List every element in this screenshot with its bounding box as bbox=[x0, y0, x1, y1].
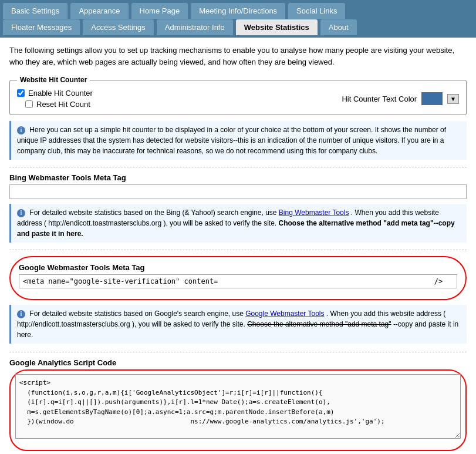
reset-hit-count-checkbox[interactable] bbox=[25, 100, 33, 108]
tab-appearance[interactable]: Appearance bbox=[70, 2, 129, 19]
bing-webmaster-tools-link[interactable]: Bing Webmaster Tools bbox=[279, 208, 349, 217]
google-tag-circled: Google Webmaster Tools Meta Tag bbox=[9, 256, 467, 300]
divider-1 bbox=[9, 167, 467, 167]
bing-info-block: i For detailed website statistics based … bbox=[9, 204, 467, 243]
tab-bar-top: Basic Settings Appearance Home Page Meet… bbox=[0, 0, 476, 19]
hit-counter-fieldset: Website Hit Counter Enable Hit Counter R… bbox=[9, 76, 467, 115]
info-icon-1: i bbox=[17, 126, 25, 134]
info-icon-2: i bbox=[17, 209, 25, 217]
google-tag-meta-input[interactable] bbox=[19, 274, 457, 288]
tab-bar-bottom: Floater Messages Access Settings Adminis… bbox=[0, 19, 476, 38]
tab-social-links[interactable]: Social Links bbox=[288, 2, 346, 19]
bing-meta-tag-input[interactable] bbox=[9, 184, 467, 199]
tab-website-statistics[interactable]: Website Statistics bbox=[235, 19, 318, 35]
analytics-code-textarea[interactable]: <script> (function(i,s,o,g,r,a,m){i['Goo… bbox=[15, 374, 461, 439]
bing-info-text-1: For detailed website statistics based on… bbox=[29, 208, 278, 217]
tab-meeting-info[interactable]: Meeting Info/Directions bbox=[190, 2, 286, 19]
bing-section: Bing Webmaster Tools Meta Tag i For deta… bbox=[9, 173, 467, 243]
google-tag-info-text-1: For detailed website statistics based on… bbox=[29, 310, 245, 318]
reset-hit-count-row: Reset Hit Count bbox=[17, 100, 93, 109]
reset-hit-count-label: Reset Hit Count bbox=[36, 100, 90, 109]
tab-administrator-info[interactable]: Administrator Info bbox=[156, 19, 234, 35]
tab-access-settings[interactable]: Access Settings bbox=[82, 19, 154, 35]
google-tag-info-block: i For detailed website statistics based … bbox=[9, 305, 467, 344]
enable-hit-counter-label: Enable Hit Counter bbox=[28, 89, 93, 97]
google-webmaster-tools-link[interactable]: Google Webmaster Tools bbox=[245, 310, 324, 318]
google-tag-label: Google Webmaster Tools Meta Tag bbox=[19, 263, 457, 272]
hit-counter-info-block: i Here you can set up a simple hit count… bbox=[9, 121, 467, 160]
bing-label: Bing Webmaster Tools Meta Tag bbox=[9, 173, 467, 182]
hit-counter-color-label: Hit Counter Text Color bbox=[342, 95, 417, 103]
tab-about[interactable]: About bbox=[320, 19, 357, 35]
tab-floater-messages[interactable]: Floater Messages bbox=[2, 19, 80, 35]
hit-counter-color-swatch[interactable] bbox=[421, 92, 443, 105]
info-icon-3: i bbox=[17, 310, 25, 318]
divider-2 bbox=[9, 250, 467, 250]
content-area: The following settings allow you to set … bbox=[0, 38, 476, 454]
hit-counter-row: Enable Hit Counter Reset Hit Count Hit C… bbox=[17, 89, 459, 109]
hit-counter-color-dropdown[interactable]: ▼ bbox=[447, 94, 459, 104]
hit-counter-left: Enable Hit Counter Reset Hit Count bbox=[17, 89, 93, 109]
hit-counter-legend: Website Hit Counter bbox=[17, 76, 90, 84]
analytics-circled: <script> (function(i,s,o,g,r,a,m){i['Goo… bbox=[9, 369, 467, 451]
tab-home-page[interactable]: Home Page bbox=[131, 2, 189, 19]
tab-basic-settings[interactable]: Basic Settings bbox=[2, 2, 68, 19]
google-tag-section-wrapper: Google Webmaster Tools Meta Tag i For de… bbox=[9, 256, 467, 344]
intro-text: The following settings allow you to set … bbox=[9, 45, 467, 68]
enable-hit-counter-row: Enable Hit Counter bbox=[17, 89, 93, 97]
hit-counter-right: Hit Counter Text Color ▼ bbox=[342, 92, 459, 105]
analytics-code-wrapper: <script> (function(i,s,o,g,r,a,m){i['Goo… bbox=[15, 374, 461, 440]
divider-3 bbox=[9, 352, 467, 352]
analytics-section-wrapper: Google Analytics Script Code <script> (f… bbox=[9, 358, 467, 451]
google-tag-info-strike: Choose the alternative method "add meta … bbox=[247, 320, 391, 328]
analytics-label: Google Analytics Script Code bbox=[9, 358, 467, 367]
enable-hit-counter-checkbox[interactable] bbox=[17, 89, 25, 97]
hit-counter-info-text: Here you can set up a simple hit counter… bbox=[17, 126, 446, 155]
